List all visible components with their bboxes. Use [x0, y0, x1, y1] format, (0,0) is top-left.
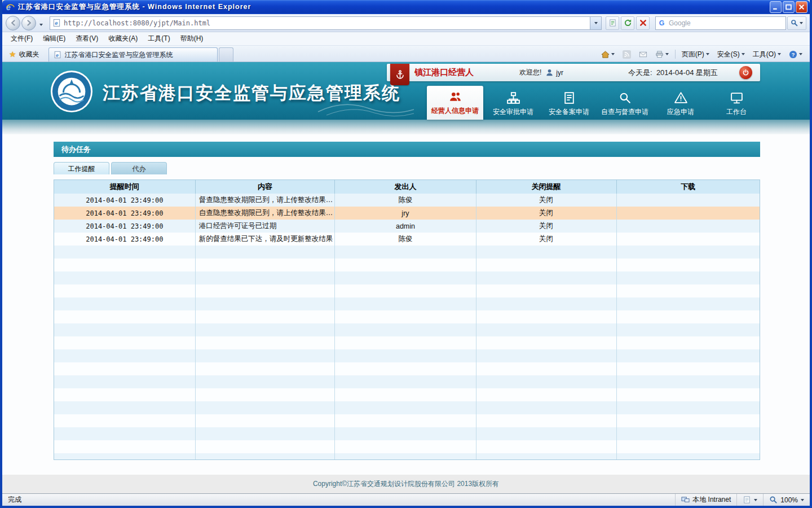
page-menu-label: 页面(P) [682, 50, 704, 59]
stop-button[interactable] [636, 16, 650, 30]
org-chart-icon [506, 91, 520, 105]
close-button[interactable] [796, 1, 807, 13]
tools-menu-label: 工具(O) [753, 50, 776, 59]
operator-label: 镇江港口经营人 [414, 67, 474, 78]
browser-tab[interactable]: e 江苏省港口安全监管与应急管理系统 [48, 47, 218, 62]
nav-label: 安全备案申请 [549, 107, 589, 117]
menu-favorites[interactable]: 收藏夹(A) [103, 32, 143, 45]
empty-row [54, 323, 760, 336]
window-title: 江苏省港口安全监管与应急管理系统 - Windows Internet Expl… [18, 2, 769, 12]
url-input[interactable] [61, 17, 590, 29]
empty-row [54, 246, 760, 259]
nav-item-workbench[interactable]: 工作台 [710, 88, 762, 120]
column-header-close: 关闭提醒 [476, 180, 616, 194]
nav-label: 工作台 [726, 107, 747, 117]
page-viewport: 江苏省港口安全监管与应急管理系统 镇江港口经营人 欢迎您! jyr [2, 62, 810, 493]
anchor-icon [390, 64, 409, 85]
zoom-icon [769, 496, 778, 504]
refresh-button[interactable] [621, 16, 634, 30]
main-nav: 经营人信息申请 安全审批申请 安全备案申请 自查与督查申请 应急申请 [427, 86, 762, 120]
close-reminder-link[interactable]: 关闭 [476, 220, 616, 233]
empty-row [54, 375, 760, 388]
date-value: 2014-04-04 星期五 [656, 68, 718, 77]
help-menu-button[interactable]: ? [786, 49, 805, 60]
tab-pending[interactable]: 代办 [111, 162, 167, 174]
nav-item-operator-info[interactable]: 经营人信息申请 [427, 86, 483, 120]
tools-menu-button[interactable]: 工具(O) [750, 48, 784, 61]
search-input[interactable] [666, 19, 783, 27]
compatibility-view-button[interactable] [606, 16, 619, 30]
empty-row [54, 259, 760, 271]
tab-work-reminders[interactable]: 工作提醒 [54, 162, 109, 174]
read-mail-button[interactable] [636, 49, 650, 60]
user-info-strip: 镇江港口经营人 欢迎您! jyr 今天是: 2014-04-04 星期五 [387, 64, 760, 81]
username: jyr [556, 69, 563, 77]
favorites-bar: ★ 收藏夹 e 江苏省港口安全监管与应急管理系统 [2, 46, 810, 62]
empty-row [54, 388, 760, 401]
empty-row [54, 349, 760, 362]
history-dropdown[interactable] [37, 18, 45, 28]
page-zoom-menu[interactable] [736, 494, 763, 506]
cell-content: 自查隐患整改期限已到，请上传整改结果… [195, 207, 335, 220]
cell-download [616, 207, 760, 220]
home-button[interactable] [598, 49, 617, 60]
search-button[interactable] [787, 16, 806, 30]
header-fade-band [2, 120, 810, 134]
users-icon [448, 90, 462, 104]
printer-icon [655, 50, 664, 59]
close-reminder-link[interactable]: 关闭 [476, 194, 616, 207]
logout-button[interactable] [739, 66, 752, 79]
content-tabs: 工作提醒 代办 [54, 162, 760, 174]
nav-item-emergency[interactable]: 应急申请 [655, 88, 707, 120]
menu-file[interactable]: 文件(F) [6, 32, 38, 45]
zoom-control[interactable]: 100% [763, 494, 810, 506]
tab-title: 江苏省港口安全监管与应急管理系统 [65, 50, 173, 60]
menu-help[interactable]: 帮助(H) [175, 32, 209, 45]
cell-content: 港口经营许可证号已过期 [195, 220, 335, 233]
menu-tools[interactable]: 工具(T) [143, 32, 175, 45]
monitor-icon [730, 91, 744, 105]
url-dropdown[interactable] [590, 17, 601, 29]
address-field[interactable]: e [50, 16, 602, 30]
page-header: 江苏省港口安全监管与应急管理系统 镇江港口经营人 欢迎您! jyr [2, 62, 810, 120]
search-box[interactable]: G [655, 16, 786, 30]
favorites-button[interactable]: ★ 收藏夹 [5, 47, 44, 62]
menu-view[interactable]: 查看(V) [70, 32, 103, 45]
cell-time: 2014-04-01 23:49:00 [54, 207, 195, 220]
menu-edit[interactable]: 编辑(E) [38, 32, 70, 45]
decorative-waves [315, 95, 417, 117]
todo-table-wrap: 提醒时间 内容 发出人 关闭提醒 下载 2014-04-01 23:49:00 … [54, 179, 760, 460]
back-button[interactable] [6, 16, 20, 30]
close-reminder-link[interactable]: 关闭 [476, 207, 616, 220]
table-row: 2014-04-01 23:49:00 新的督查结果已下达，请及时更新整改结果 … [54, 233, 760, 246]
status-bar: 完成 本地 Intranet 100% [2, 493, 810, 506]
empty-row [54, 310, 760, 323]
nav-item-safety-approval[interactable]: 安全审批申请 [487, 88, 539, 120]
security-zone: 本地 Intranet [675, 494, 736, 506]
maximize-button[interactable] [783, 1, 795, 13]
forward-button[interactable] [21, 16, 36, 30]
nav-label: 安全审批申请 [493, 107, 533, 117]
new-tab-stub[interactable] [219, 47, 233, 62]
ledger-icon [562, 91, 576, 105]
search-icon [791, 19, 798, 27]
safety-menu-button[interactable]: 安全(S) [714, 48, 748, 61]
intranet-icon [681, 496, 690, 504]
empty-row [54, 440, 760, 453]
todo-table: 提醒时间 内容 发出人 关闭提醒 下载 2014-04-01 23:49:00 … [54, 180, 760, 460]
empty-row [54, 362, 760, 375]
page-menu-button[interactable]: 页面(P) [679, 48, 712, 61]
nav-item-inspection[interactable]: 自查与督查申请 [599, 88, 651, 120]
minimize-button[interactable] [770, 1, 782, 13]
close-reminder-link[interactable]: 关闭 [476, 233, 616, 246]
cell-time: 2014-04-01 23:49:00 [54, 233, 195, 246]
table-header-row: 提醒时间 内容 发出人 关闭提醒 下载 [54, 180, 760, 194]
nav-item-safety-record[interactable]: 安全备案申请 [543, 88, 595, 120]
todo-table-body: 2014-04-01 23:49:00 督查隐患整改期限已到，请上传整改结果… … [54, 194, 760, 460]
feeds-button[interactable] [620, 49, 634, 60]
column-header-sender: 发出人 [335, 180, 476, 194]
print-button[interactable] [652, 49, 672, 60]
separator [675, 50, 676, 59]
svg-text:e: e [55, 20, 58, 26]
menu-bar: 文件(F) 编辑(E) 查看(V) 收藏夹(A) 工具(T) 帮助(H) [2, 32, 810, 46]
